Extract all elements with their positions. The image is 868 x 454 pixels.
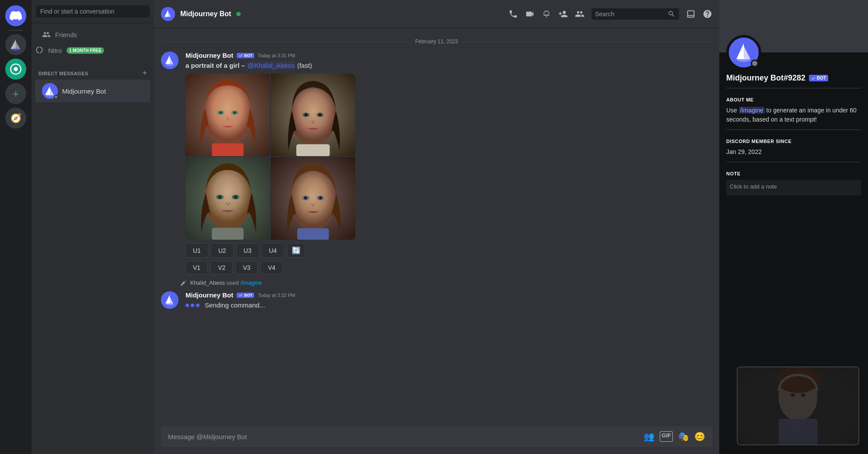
message-avatar-2 xyxy=(161,291,178,309)
v1-button[interactable]: V1 xyxy=(186,261,208,274)
dot-1 xyxy=(186,304,189,307)
u3-button[interactable]: U3 xyxy=(236,243,259,258)
v4-button[interactable]: V4 xyxy=(260,261,283,274)
portrait-image-3[interactable] xyxy=(186,157,270,240)
add-friend-button[interactable] xyxy=(558,9,568,19)
svg-rect-29 xyxy=(212,228,243,240)
svg-point-27 xyxy=(218,196,221,199)
profile-username: Midjourney Bot#9282 BOT xyxy=(726,73,861,83)
member-since-title: DISCORD MEMBER SINCE xyxy=(726,139,861,144)
svg-point-17 xyxy=(290,88,336,146)
system-text: used xyxy=(227,279,241,286)
nitro-badge: 1 MONTH FREE xyxy=(66,47,104,54)
u1-button[interactable]: U1 xyxy=(186,243,208,258)
dm-search-container xyxy=(32,0,154,23)
refresh-icon: 🔄 xyxy=(292,246,301,255)
v2-button[interactable]: V2 xyxy=(210,261,233,274)
server-icon-sailboat[interactable] xyxy=(5,34,26,55)
message-group-1: Midjourney Bot BOT Today at 3:31 PM a po… xyxy=(154,48,719,278)
inbox-button[interactable] xyxy=(686,9,696,19)
channel-avatar xyxy=(161,7,175,21)
typing-dots xyxy=(186,304,200,307)
message-suffix: (fast) xyxy=(297,62,312,69)
dm-user-midjourney[interactable]: Midjourney Bot xyxy=(35,80,150,102)
bot-badge-2: BOT xyxy=(237,293,254,298)
v3-button[interactable]: V3 xyxy=(235,261,258,274)
friends-nav-item[interactable]: Friends xyxy=(35,27,150,42)
svg-point-38 xyxy=(166,304,174,306)
svg-point-14 xyxy=(234,111,236,114)
action-buttons-row2: V1 V2 V3 V4 xyxy=(186,261,712,274)
online-indicator xyxy=(236,12,241,16)
dm-section-header: DIRECT MESSAGES + xyxy=(32,62,154,80)
discord-home-button[interactable] xyxy=(5,5,26,26)
portrait-image-4[interactable] xyxy=(271,157,355,240)
help-button[interactable] xyxy=(703,9,712,19)
search-bar[interactable]: Search xyxy=(592,8,679,20)
status-dot xyxy=(54,95,58,99)
note-section: NOTE Click to add a note xyxy=(726,171,861,196)
main-content: Midjourney Bot Search xyxy=(154,0,719,454)
pin-messages-button[interactable] xyxy=(542,9,551,19)
refresh-button[interactable]: 🔄 xyxy=(287,243,305,258)
message-text-2: Sending command... xyxy=(186,300,712,310)
portrait-image-2[interactable] xyxy=(271,73,355,156)
portrait-image-1[interactable] xyxy=(186,73,270,156)
profile-divider-3 xyxy=(726,162,861,162)
profile-bot-badge: BOT xyxy=(809,75,828,81)
profile-status-indicator xyxy=(751,59,759,67)
message-content-2: Midjourney Bot BOT Today at 3:32 PM Send… xyxy=(186,291,712,310)
channel-name: Midjourney Bot xyxy=(180,10,231,18)
u4-button[interactable]: U4 xyxy=(262,243,284,258)
phone-call-button[interactable] xyxy=(508,9,518,19)
svg-point-21 xyxy=(318,113,322,116)
svg-point-8 xyxy=(166,64,174,66)
sticker-icon[interactable]: 🎭 xyxy=(678,431,689,442)
channel-header: Midjourney Bot Search xyxy=(154,0,719,28)
image-grid xyxy=(186,73,355,240)
message-author-2: Midjourney Bot xyxy=(186,291,233,299)
friends-icon xyxy=(42,30,51,39)
message-avatar-1 xyxy=(161,52,178,69)
checkmark-icon xyxy=(238,53,243,58)
input-actions: 👥 GIF 🎭 😊 xyxy=(644,431,705,442)
message-header-1: Midjourney Bot BOT Today at 3:31 PM xyxy=(186,52,712,59)
video-thumbnail[interactable] xyxy=(737,367,859,445)
checkmark-icon-2 xyxy=(238,293,243,297)
action-buttons-row1: U1 U2 U3 U4 🔄 xyxy=(186,243,712,258)
profile-avatar-large xyxy=(726,35,761,70)
explore-servers-button[interactable]: 🧭 xyxy=(5,108,26,129)
people-icon[interactable]: 👥 xyxy=(644,431,654,442)
add-server-button[interactable]: + xyxy=(5,83,26,104)
message-input[interactable] xyxy=(168,433,638,440)
dm-user-name: Midjourney Bot xyxy=(62,87,106,95)
about-me-title: ABOUT ME xyxy=(726,97,861,102)
server-icon-openai[interactable] xyxy=(5,59,26,80)
message-group-2: Midjourney Bot BOT Today at 3:32 PM Send… xyxy=(154,288,719,313)
svg-point-13 xyxy=(219,111,222,114)
dm-user-avatar xyxy=(42,83,58,99)
search-placeholder: Search xyxy=(595,10,614,17)
bot-badge-1: BOT xyxy=(237,53,254,58)
u2-button[interactable]: U2 xyxy=(211,243,234,258)
hide-members-button[interactable] xyxy=(575,9,584,19)
svg-point-20 xyxy=(304,113,308,116)
gif-button[interactable]: GIF xyxy=(660,431,673,442)
svg-point-3 xyxy=(14,67,18,71)
svg-point-1 xyxy=(11,48,20,51)
message-input-area: 👥 GIF 🎭 😊 xyxy=(154,419,719,454)
note-input[interactable]: Click to add a note xyxy=(726,180,861,196)
date-divider: February 11, 2023 xyxy=(154,35,719,48)
nitro-label: Nitro xyxy=(48,47,62,54)
add-dm-button[interactable]: + xyxy=(142,69,147,78)
emoji-icon[interactable]: 😊 xyxy=(694,431,705,442)
member-since-date: Jan 29, 2022 xyxy=(726,147,861,157)
imagine-highlight: /imagine xyxy=(739,107,765,114)
dot-3 xyxy=(196,304,200,307)
nitro-nav-item[interactable]: Nitro 1 MONTH FREE xyxy=(35,42,150,58)
svg-point-28 xyxy=(234,196,237,199)
note-placeholder: Click to add a note xyxy=(730,183,777,190)
video-call-button[interactable] xyxy=(525,9,535,19)
mention-1: @Khalid_Abess xyxy=(247,62,295,69)
search-input[interactable] xyxy=(36,5,150,17)
